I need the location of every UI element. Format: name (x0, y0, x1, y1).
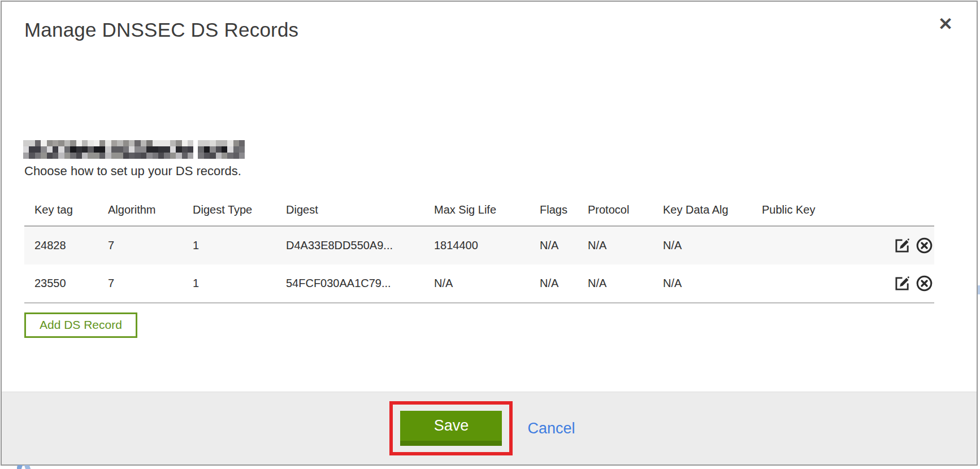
column-header: Protocol (578, 198, 653, 226)
table-cell: 7 (98, 264, 183, 303)
table-cell: 1 (183, 226, 276, 264)
table-cell: 1 (183, 264, 276, 303)
row-actions (887, 264, 934, 303)
edit-record-button[interactable] (894, 237, 911, 254)
column-header-actions (887, 198, 934, 226)
table-cell: N/A (424, 264, 530, 303)
redaction-mosaic (23, 140, 193, 159)
table-cell: N/A (530, 264, 578, 303)
table-row: 235507154FCF030AA1C79...N/AN/AN/AN/A (24, 264, 934, 303)
redacted-domain-name (23, 140, 977, 159)
delete-icon (916, 275, 933, 292)
table-cell: N/A (530, 226, 578, 264)
modal-footer: Save Cancel (2, 392, 977, 464)
table-cell (752, 264, 887, 303)
cancel-link[interactable]: Cancel (527, 420, 575, 437)
redaction-mosaic (198, 140, 245, 159)
table-head-row: Key tagAlgorithmDigest TypeDigestMax Sig… (24, 198, 934, 226)
table-cell: 24828 (24, 226, 98, 264)
row-actions (887, 226, 934, 264)
annotation-highlight-box: Save (389, 401, 513, 455)
column-header: Public Key (752, 198, 887, 226)
obscured-background-content (17, 465, 36, 469)
page-title: Manage DNSSEC DS Records (24, 19, 977, 41)
close-icon[interactable]: ✕ (936, 13, 955, 35)
column-header: Digest (276, 198, 424, 226)
column-header: Max Sig Life (424, 198, 530, 226)
table-cell: N/A (653, 264, 752, 303)
column-header: Key tag (24, 198, 98, 226)
table-row: 2482871D4A33E8DD550A9...1814400N/AN/AN/A (24, 226, 934, 264)
table-cell: D4A33E8DD550A9... (276, 226, 424, 264)
table-cell: N/A (653, 226, 752, 264)
table-cell: 1814400 (424, 226, 530, 264)
window-edge-artifact (978, 285, 980, 294)
column-header: Key Data Alg (653, 198, 752, 226)
column-header: Flags (530, 198, 578, 226)
edit-icon (894, 237, 911, 254)
table-cell: 7 (98, 226, 183, 264)
table-cell: N/A (578, 226, 653, 264)
add-ds-record-button[interactable]: Add DS Record (24, 312, 137, 338)
table-cell: 23550 (24, 264, 98, 303)
save-button[interactable]: Save (400, 411, 502, 446)
delete-record-button[interactable] (916, 237, 933, 254)
column-header: Digest Type (183, 198, 276, 226)
delete-icon (916, 237, 933, 254)
table-cell (752, 226, 887, 264)
dnssec-ds-records-modal: Manage DNSSEC DS Records ✕ Choose how to… (1, 1, 978, 466)
edit-icon (894, 275, 911, 292)
table-cell: 54FCF030AA1C79... (276, 264, 424, 303)
column-header: Algorithm (98, 198, 183, 226)
edit-record-button[interactable] (894, 275, 911, 292)
ds-records-table: Key tagAlgorithmDigest TypeDigestMax Sig… (24, 198, 934, 303)
table-cell: N/A (578, 264, 653, 303)
table-body: 2482871D4A33E8DD550A9...1814400N/AN/AN/A… (24, 226, 934, 303)
setup-instruction: Choose how to set up your DS records. (24, 164, 977, 179)
delete-record-button[interactable] (916, 275, 933, 292)
